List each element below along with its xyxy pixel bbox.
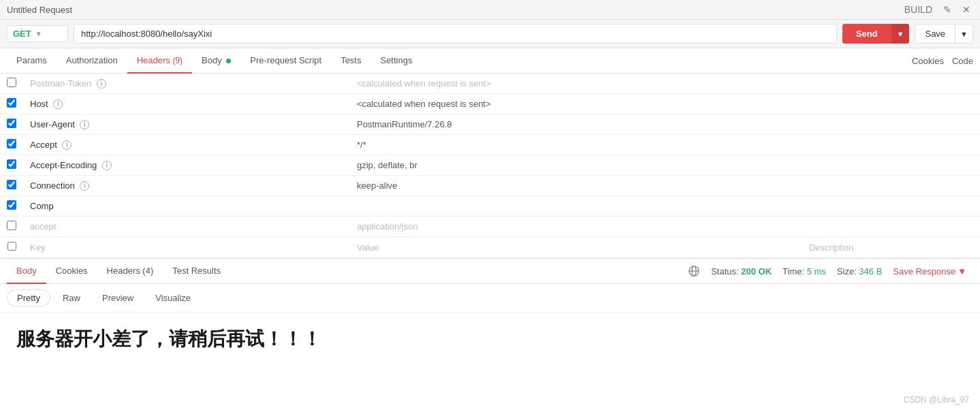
header-value[interactable]: keep-alive bbox=[350, 176, 802, 196]
info-icon[interactable]: i bbox=[80, 181, 89, 191]
checkbox-cell[interactable] bbox=[0, 114, 23, 135]
save-dropdown-button[interactable]: ▼ bbox=[955, 25, 973, 43]
tab-headers[interactable]: Headers (9) bbox=[127, 48, 192, 74]
row-checkbox[interactable] bbox=[7, 119, 16, 128]
globe-icon[interactable] bbox=[688, 265, 700, 277]
save-response-button[interactable]: Save Response ▼ bbox=[893, 266, 966, 277]
checkbox-cell[interactable] bbox=[0, 94, 23, 114]
tab-settings[interactable]: Settings bbox=[370, 48, 422, 74]
checkbox-cell[interactable] bbox=[0, 217, 23, 237]
checkbox-cell[interactable] bbox=[0, 135, 23, 155]
format-tab-pretty[interactable]: Pretty bbox=[7, 289, 50, 306]
title-bar-actions: BUILD ✎ ✕ bbox=[902, 3, 973, 16]
row-checkbox[interactable] bbox=[7, 98, 16, 108]
edit-icon-button[interactable]: ✎ bbox=[941, 3, 954, 16]
resp-tab-cookies[interactable]: Cookies bbox=[46, 259, 97, 284]
tab-tests[interactable]: Tests bbox=[331, 48, 370, 74]
save-button-group: Save ▼ bbox=[915, 24, 973, 44]
time-value: 5 ms bbox=[807, 266, 826, 277]
header-key[interactable]: Comp bbox=[23, 196, 350, 217]
request-title: Untitled Request bbox=[7, 5, 72, 15]
code-link[interactable]: Code bbox=[952, 56, 973, 66]
headers-table: Postman-Token i <calculated when request… bbox=[0, 74, 980, 258]
format-tab-visualize[interactable]: Visualize bbox=[146, 290, 200, 306]
url-input[interactable] bbox=[74, 24, 837, 44]
resp-tab-headers[interactable]: Headers (4) bbox=[97, 259, 163, 284]
method-label: GET bbox=[13, 29, 31, 39]
save-response-label: Save Response bbox=[893, 266, 955, 277]
header-description-placeholder[interactable]: Description bbox=[802, 237, 980, 258]
time-label: Time: 5 ms bbox=[783, 266, 826, 277]
tab-body[interactable]: Body bbox=[192, 48, 240, 74]
header-key[interactable]: User-Agent i bbox=[23, 114, 350, 135]
info-icon[interactable]: i bbox=[97, 79, 106, 89]
row-checkbox[interactable] bbox=[7, 159, 16, 169]
checkbox-cell[interactable] bbox=[0, 155, 23, 176]
header-description[interactable] bbox=[802, 155, 980, 176]
header-value[interactable]: <calculated when request is sent> bbox=[350, 74, 802, 94]
tab-pre-request[interactable]: Pre-request Script bbox=[240, 48, 331, 74]
table-row: accept application/json bbox=[0, 217, 980, 237]
table-row: Accept-Encoding i gzip, deflate, br bbox=[0, 155, 980, 176]
info-icon[interactable]: i bbox=[62, 140, 72, 150]
row-checkbox[interactable] bbox=[7, 200, 16, 210]
format-tab-preview[interactable]: Preview bbox=[93, 290, 143, 306]
header-key[interactable]: Accept i bbox=[23, 135, 350, 155]
body-dot bbox=[226, 59, 231, 63]
request-tabs-right: Cookies Code bbox=[912, 56, 973, 66]
header-key-placeholder[interactable]: Key bbox=[23, 237, 350, 258]
row-checkbox[interactable] bbox=[7, 78, 16, 87]
header-description[interactable] bbox=[802, 196, 980, 217]
cookies-link[interactable]: Cookies bbox=[912, 56, 944, 66]
send-dropdown-button[interactable]: ▼ bbox=[891, 24, 910, 44]
checkbox-cell[interactable] bbox=[0, 176, 23, 196]
resp-tab-test-results[interactable]: Test Results bbox=[163, 259, 230, 284]
row-checkbox[interactable] bbox=[7, 242, 16, 251]
header-key[interactable]: Postman-Token i bbox=[23, 74, 350, 94]
request-tabs: Params Authorization Headers (9) Body Pr… bbox=[0, 48, 980, 74]
header-key[interactable]: accept bbox=[23, 217, 350, 237]
header-value[interactable]: <calculated when request is sent> bbox=[350, 94, 802, 114]
checkbox-cell[interactable] bbox=[0, 196, 23, 217]
header-description[interactable] bbox=[802, 114, 980, 135]
send-button[interactable]: Send bbox=[842, 24, 891, 44]
row-checkbox[interactable] bbox=[7, 139, 16, 148]
info-icon[interactable]: i bbox=[102, 161, 112, 170]
header-key[interactable]: Host i bbox=[23, 94, 350, 114]
table-row: Host i <calculated when request is sent> bbox=[0, 94, 980, 114]
save-response-chevron-icon: ▼ bbox=[958, 266, 966, 277]
header-value[interactable] bbox=[350, 196, 802, 217]
header-value[interactable]: PostmanRuntime/7.26.8 bbox=[350, 114, 802, 135]
checkbox-cell[interactable] bbox=[0, 237, 23, 258]
status-label: Status: 200 OK bbox=[711, 266, 772, 277]
checkbox-cell[interactable] bbox=[0, 74, 23, 94]
header-description[interactable] bbox=[802, 176, 980, 196]
row-checkbox[interactable] bbox=[7, 180, 16, 189]
info-icon[interactable]: i bbox=[53, 99, 63, 109]
header-value-placeholder[interactable]: Value bbox=[350, 237, 802, 258]
close-icon-button[interactable]: ✕ bbox=[960, 3, 973, 16]
size-label: Size: 346 B bbox=[837, 266, 883, 277]
tab-params[interactable]: Params bbox=[7, 48, 57, 74]
header-description[interactable] bbox=[802, 217, 980, 237]
method-selector[interactable]: GET ▼ bbox=[7, 25, 68, 42]
header-description[interactable] bbox=[802, 94, 980, 114]
header-description[interactable] bbox=[802, 74, 980, 94]
save-button[interactable]: Save bbox=[915, 25, 955, 43]
build-button[interactable]: BUILD bbox=[902, 3, 935, 16]
info-icon[interactable]: i bbox=[80, 120, 89, 129]
header-value[interactable]: gzip, deflate, br bbox=[350, 155, 802, 176]
response-body-text: 服务器开小差了，请稍后再试！！！ bbox=[16, 328, 321, 349]
tab-authorization[interactable]: Authorization bbox=[57, 48, 127, 74]
header-value[interactable]: application/json bbox=[350, 217, 802, 237]
header-key[interactable]: Accept-Encoding i bbox=[23, 155, 350, 176]
header-key[interactable]: Connection i bbox=[23, 176, 350, 196]
header-description[interactable] bbox=[802, 135, 980, 155]
header-value[interactable]: */* bbox=[350, 135, 802, 155]
resp-tab-body[interactable]: Body bbox=[7, 259, 46, 284]
method-chevron-icon: ▼ bbox=[35, 30, 42, 37]
table-row: User-Agent i PostmanRuntime/7.26.8 bbox=[0, 114, 980, 135]
response-body: 服务器开小差了，请稍后再试！！！ bbox=[0, 313, 980, 366]
format-tab-raw[interactable]: Raw bbox=[53, 290, 90, 306]
row-checkbox[interactable] bbox=[7, 221, 16, 230]
